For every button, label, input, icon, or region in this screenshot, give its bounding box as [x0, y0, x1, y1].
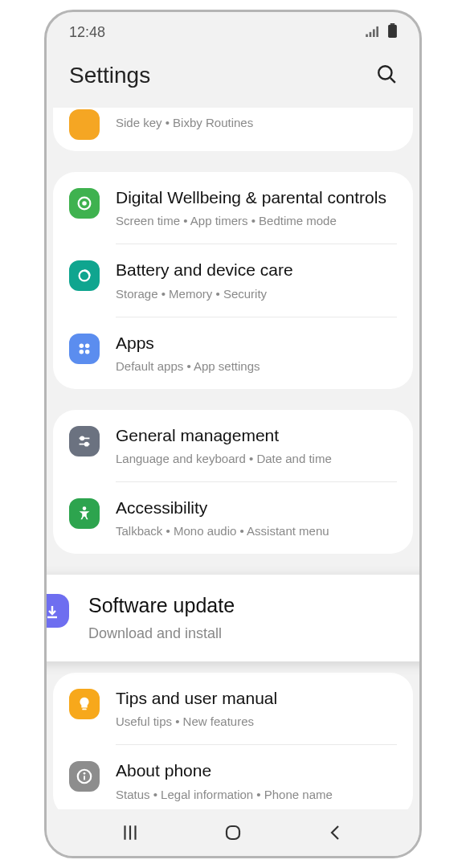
row-general-management[interactable]: General management Language and keyboard…: [53, 410, 413, 481]
row-title: General management: [116, 424, 397, 446]
status-time: 12:48: [69, 24, 105, 41]
svg-rect-20: [82, 709, 87, 710]
row-subtitle: Storage • Memory • Security: [116, 285, 397, 302]
signal-icon: [366, 24, 380, 41]
row-apps[interactable]: Apps Default apps • App settings: [53, 317, 413, 389]
svg-rect-23: [84, 776, 85, 781]
svg-rect-5: [388, 25, 397, 38]
battery-icon: [388, 23, 397, 42]
row-subtitle: Status • Legal information • Phone name: [116, 786, 397, 803]
row-title: Digital Wellbeing & parental controls: [116, 186, 397, 208]
wellbeing-icon: [69, 188, 100, 219]
settings-group-1: Digital Wellbeing & parental controls Sc…: [53, 172, 413, 389]
svg-point-18: [85, 443, 88, 446]
svg-rect-1: [370, 32, 372, 37]
device-care-icon: [69, 260, 100, 291]
back-button[interactable]: [324, 821, 348, 845]
svg-line-7: [390, 78, 395, 83]
svg-point-19: [83, 506, 87, 510]
search-button[interactable]: [376, 63, 397, 88]
row-title: About phone: [116, 760, 397, 781]
settings-group-2: General management Language and keyboard…: [53, 410, 413, 555]
row-accessibility[interactable]: Accessibility Talkback • Mono audio • As…: [53, 482, 413, 554]
svg-rect-2: [373, 29, 375, 37]
row-advanced-features[interactable]: Side key • Bixby Routines: [53, 108, 413, 151]
software-update-icon: [47, 594, 69, 628]
svg-point-14: [85, 350, 90, 354]
settings-group-3: Tips and user manual Useful tips • New f…: [53, 673, 413, 815]
settings-group-partial: Side key • Bixby Routines: [53, 108, 413, 151]
advanced-features-icon: [69, 109, 100, 140]
svg-point-22: [84, 772, 86, 775]
svg-point-13: [80, 350, 84, 354]
apps-icon: [69, 334, 100, 364]
tips-icon: [69, 689, 100, 719]
svg-point-11: [80, 343, 84, 348]
row-title: Software update: [88, 592, 419, 619]
home-button[interactable]: [221, 821, 245, 845]
accessibility-icon: [69, 498, 100, 529]
status-bar: 12:48: [47, 12, 419, 48]
row-title: Tips and user manual: [116, 687, 397, 709]
row-digital-wellbeing[interactable]: Digital Wellbeing & parental controls Sc…: [53, 172, 413, 244]
row-subtitle: Side key • Bixby Routines: [116, 114, 397, 131]
navigation-bar: [47, 809, 419, 856]
svg-point-12: [85, 343, 90, 348]
row-tips-user-manual[interactable]: Tips and user manual Useful tips • New f…: [53, 673, 413, 744]
svg-rect-27: [227, 826, 239, 839]
phone-frame: 12:48 Settings Side key • Bixby Routines: [44, 10, 422, 858]
row-subtitle: Default apps • App settings: [116, 358, 397, 375]
svg-rect-0: [366, 35, 368, 38]
header: Settings: [47, 48, 419, 108]
row-subtitle: Screen time • App timers • Bedtime mode: [116, 212, 397, 229]
row-subtitle: Useful tips • New features: [116, 713, 397, 730]
svg-rect-4: [390, 23, 394, 25]
svg-point-9: [82, 201, 87, 206]
row-title: Battery and device care: [116, 259, 397, 280]
page-title: Settings: [69, 63, 150, 88]
svg-point-17: [80, 436, 84, 440]
recent-apps-button[interactable]: [118, 821, 142, 845]
row-software-update[interactable]: Software update Download and install: [47, 575, 419, 661]
row-title: Accessibility: [116, 497, 397, 518]
row-subtitle: Talkback • Mono audio • Assistant menu: [116, 522, 397, 539]
about-phone-icon: [69, 761, 100, 792]
row-subtitle: Language and keyboard • Date and time: [116, 450, 397, 467]
svg-point-6: [378, 66, 391, 79]
svg-rect-3: [376, 27, 378, 37]
row-title: Apps: [116, 332, 397, 354]
row-subtitle: Download and install: [88, 624, 419, 644]
row-battery-device-care[interactable]: Battery and device care Storage • Memory…: [53, 244, 413, 316]
row-about-phone[interactable]: About phone Status • Legal information •…: [53, 745, 413, 815]
settings-list[interactable]: Side key • Bixby Routines Digital Wellbe…: [47, 108, 419, 815]
general-management-icon: [69, 426, 100, 457]
